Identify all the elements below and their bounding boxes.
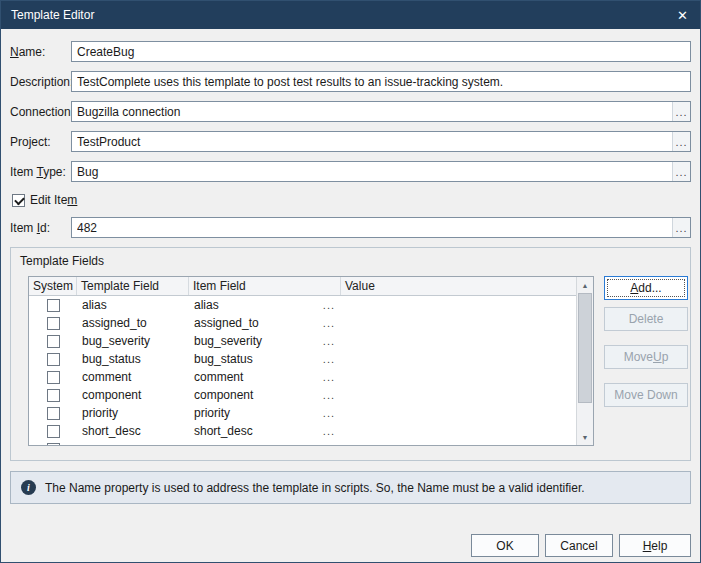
item-type-browse-button[interactable]: ...	[672, 162, 690, 181]
header-system: System	[29, 277, 77, 295]
template-fields-group: Template Fields System Template Field It…	[10, 247, 691, 461]
row-browse-button[interactable]: ...	[323, 407, 335, 419]
description-label: Description:	[10, 75, 71, 89]
table-row[interactable]: alias alias...	[29, 296, 576, 314]
project-browse-button[interactable]: ...	[672, 132, 690, 151]
item-id-label: Item Id:	[10, 221, 71, 235]
item-id-row: Item Id: ...	[10, 217, 691, 238]
title-bar[interactable]: Template Editor ✕	[1, 1, 700, 29]
footer-buttons: OK Cancel Help	[10, 534, 691, 557]
connection-browse-button[interactable]: ...	[672, 102, 690, 121]
header-value: Value	[341, 277, 576, 295]
system-checkbox[interactable]	[47, 425, 60, 438]
template-field-cell: component	[77, 388, 189, 402]
vertical-scrollbar[interactable]: ▲ ▼	[576, 277, 593, 445]
item-id-input[interactable]	[72, 218, 672, 237]
connection-label: Connection:	[10, 105, 71, 119]
table-row[interactable]: bug_severity bug_severity...	[29, 332, 576, 350]
header-template-field: Template Field	[77, 277, 189, 295]
scrollbar-thumb[interactable]	[578, 293, 592, 403]
item-field-cell: short_desc	[194, 424, 253, 438]
row-browse-button[interactable]: ...	[323, 443, 335, 446]
scroll-down-icon[interactable]: ▼	[577, 429, 593, 445]
system-checkbox[interactable]	[47, 407, 60, 420]
connection-input[interactable]	[72, 102, 672, 121]
ok-button[interactable]: OK	[471, 534, 539, 557]
info-text: The Name property is used to address the…	[45, 481, 585, 495]
info-bar: i The Name property is used to address t…	[10, 471, 691, 504]
table-row[interactable]: short_desc short_desc...	[29, 422, 576, 440]
project-label: Project:	[10, 135, 71, 149]
project-input[interactable]	[72, 132, 672, 151]
system-checkbox[interactable]	[47, 353, 60, 366]
table-header: System Template Field Item Field Value	[29, 277, 576, 296]
table-row[interactable]: component component...	[29, 386, 576, 404]
window-title: Template Editor	[11, 8, 94, 22]
template-field-cell: bug_status	[77, 352, 189, 366]
row-browse-button[interactable]: ...	[323, 353, 335, 365]
edit-item-row[interactable]: Edit Item	[12, 191, 691, 209]
system-checkbox[interactable]	[47, 389, 60, 402]
item-type-input[interactable]	[72, 162, 672, 181]
item-field-cell: component	[194, 388, 253, 402]
template-field-cell: comment	[77, 370, 189, 384]
row-browse-button[interactable]: ...	[323, 371, 335, 383]
edit-item-checkbox[interactable]	[12, 194, 25, 207]
info-icon: i	[21, 480, 36, 495]
name-input[interactable]	[72, 42, 690, 61]
table-row[interactable]: bug_status bug_status...	[29, 350, 576, 368]
close-icon[interactable]: ✕	[677, 9, 688, 22]
template-fields-table: System Template Field Item Field Value a…	[28, 276, 594, 446]
table-row[interactable]: assigned_to assigned_to...	[29, 314, 576, 332]
row-browse-button[interactable]: ...	[323, 317, 335, 329]
table-row[interactable]: ...	[29, 440, 576, 446]
name-label: Name:	[10, 45, 71, 59]
dialog-body: Name: Description: Connection: ... Proje…	[1, 29, 700, 557]
description-input[interactable]	[72, 72, 690, 91]
item-field-cell: bug_severity	[194, 334, 262, 348]
system-checkbox[interactable]	[47, 299, 60, 312]
item-field-cell: bug_status	[194, 352, 253, 366]
move-up-button: Move Up	[604, 345, 688, 369]
table-row[interactable]: comment comment...	[29, 368, 576, 386]
item-id-browse-button[interactable]: ...	[672, 218, 690, 237]
item-field-cell: priority	[194, 406, 230, 420]
add-button[interactable]: Add...	[604, 276, 688, 300]
item-type-label: Item Type:	[10, 165, 71, 179]
template-field-cell: priority	[77, 406, 189, 420]
description-row: Description:	[10, 71, 691, 92]
item-type-row: Item Type: ...	[10, 161, 691, 182]
row-browse-button[interactable]: ...	[323, 425, 335, 437]
template-field-cell: alias	[77, 298, 189, 312]
template-field-cell: bug_severity	[77, 334, 189, 348]
move-down-button: Move Down	[604, 383, 688, 407]
delete-button: Delete	[604, 307, 688, 331]
header-item-field: Item Field	[189, 277, 341, 295]
cancel-button[interactable]: Cancel	[545, 534, 613, 557]
system-checkbox[interactable]	[47, 443, 60, 447]
template-field-cell: short_desc	[77, 424, 189, 438]
template-editor-dialog: Template Editor ✕ Name: Description: Con…	[0, 0, 701, 563]
system-checkbox[interactable]	[47, 335, 60, 348]
system-checkbox[interactable]	[47, 317, 60, 330]
template-fields-group-title: Template Fields	[11, 248, 690, 276]
table-row[interactable]: priority priority...	[29, 404, 576, 422]
row-browse-button[interactable]: ...	[323, 389, 335, 401]
item-field-cell: alias	[194, 298, 219, 312]
name-row: Name:	[10, 41, 691, 62]
project-row: Project: ...	[10, 131, 691, 152]
row-browse-button[interactable]: ...	[323, 299, 335, 311]
item-field-cell: comment	[194, 370, 243, 384]
connection-row: Connection: ...	[10, 101, 691, 122]
scroll-up-icon[interactable]: ▲	[577, 277, 593, 293]
item-field-cell: assigned_to	[194, 316, 259, 330]
template-field-cell: assigned_to	[77, 316, 189, 330]
row-browse-button[interactable]: ...	[323, 335, 335, 347]
edit-item-label: Edit Item	[30, 193, 77, 207]
system-checkbox[interactable]	[47, 371, 60, 384]
help-button[interactable]: Help	[619, 534, 691, 557]
